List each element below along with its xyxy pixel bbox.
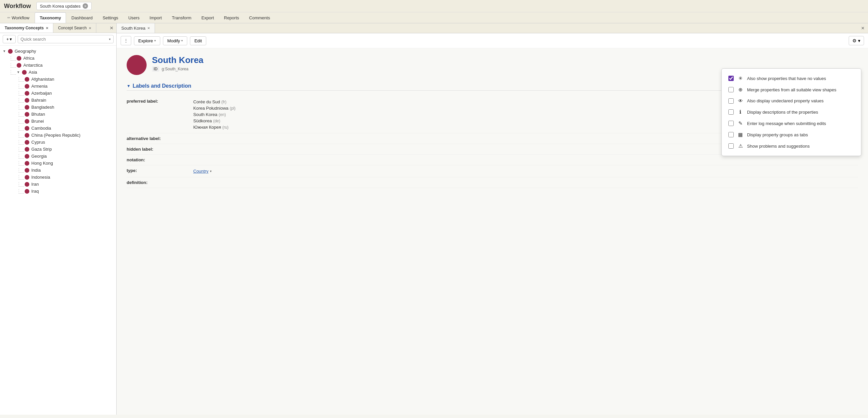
search-dropdown-arrow[interactable]: ▾ xyxy=(109,37,111,41)
settings-dropdown: ✳ Also show properties that have no valu… xyxy=(721,68,861,156)
labels-section-toggle[interactable]: ▼ xyxy=(127,84,131,88)
concept-avatar xyxy=(127,55,147,75)
option-descriptions-label: Display descriptions of the properties xyxy=(747,110,818,115)
tree-item-cambodia[interactable]: Cambodia xyxy=(16,125,116,132)
tree-item-cyprus[interactable]: Cyprus xyxy=(16,139,116,146)
modify-button[interactable]: Modify ▾ xyxy=(163,36,187,45)
edit-button[interactable]: Edit xyxy=(190,36,206,45)
option-merge-properties[interactable]: ⊕ Merge properties from all suitable vie… xyxy=(727,84,856,95)
left-toolbar: + ▾ ▾ xyxy=(0,33,116,46)
prop-values-type: Country ▾ xyxy=(193,168,858,174)
checkbox-log-message[interactable] xyxy=(728,121,734,126)
panel-tabs-close-all[interactable]: ✕ xyxy=(107,24,116,32)
tree-item-afghanistan[interactable]: Afghanistan xyxy=(16,76,116,83)
tree-item-hongkong[interactable]: Hong Kong xyxy=(16,160,116,167)
tree-toggle-asia[interactable]: ▼ xyxy=(17,70,22,74)
tree-children-asia: Afghanistan Armenia Azerbaijan Bahrain B… xyxy=(8,76,116,195)
tree-item-georgia[interactable]: Georgia xyxy=(16,153,116,160)
checkbox-problems[interactable] xyxy=(728,143,734,149)
window-tab-label: South Korea updates xyxy=(40,4,81,9)
tree-item-iraq[interactable]: Iraq xyxy=(16,188,116,195)
warning-icon: ⚠ xyxy=(737,143,744,149)
right-tab-south-korea[interactable]: South Korea ✕ xyxy=(117,23,155,33)
tree-item-india[interactable]: India xyxy=(16,167,116,174)
tab-taxonomy-concepts-close[interactable]: ✕ xyxy=(45,26,48,30)
option-undeclared-values-label: Also display undeclared property values xyxy=(747,98,824,103)
content-area: South Korea ID g:South_Korea ▼ Labels an… xyxy=(117,48,868,415)
more-options-button[interactable]: ⋮ xyxy=(121,36,131,45)
add-button[interactable]: + ▾ xyxy=(3,35,16,43)
explore-dropdown-arrow: ▾ xyxy=(154,39,156,42)
title-bar: Workflow South Korea updates ✕ xyxy=(0,0,868,12)
right-tab-close[interactable]: ✕ xyxy=(147,26,150,30)
nav-item-workflow[interactable]: ✏ Workflow xyxy=(3,13,34,23)
checkbox-show-no-values[interactable] xyxy=(728,76,734,81)
tree-item-china[interactable]: China (Peoples Republic) xyxy=(16,132,116,139)
window-tab[interactable]: South Korea updates ✕ xyxy=(36,2,92,10)
tree-item-africa[interactable]: Africa xyxy=(8,55,116,62)
prop-definition: definition: xyxy=(127,177,858,188)
modify-dropdown-arrow: ▾ xyxy=(181,39,183,42)
nav-item-users[interactable]: Users xyxy=(124,13,144,23)
tree-item-antarctica[interactable]: Antarctica xyxy=(8,62,116,69)
prop-label-alternative: alternative label: xyxy=(127,136,193,141)
window-tab-close[interactable]: ✕ xyxy=(83,3,88,9)
type-link-country[interactable]: Country xyxy=(193,169,209,174)
right-tabs-close-all[interactable]: ✕ xyxy=(858,24,868,32)
search-box[interactable]: ▾ xyxy=(18,35,114,43)
option-property-groups[interactable]: ▦ Display property groups as tabs xyxy=(727,129,856,140)
tree-toggle-geography[interactable]: ▼ xyxy=(3,49,8,53)
tab-taxonomy-concepts[interactable]: Taxonomy Concepts ✕ xyxy=(0,23,53,33)
tree-item-armenia[interactable]: Armenia xyxy=(16,83,116,90)
explore-button[interactable]: Explore ▾ xyxy=(134,36,160,45)
tree-item-iran[interactable]: Iran xyxy=(16,181,116,188)
tree-dot-geography xyxy=(8,49,13,54)
nav-item-settings[interactable]: Settings xyxy=(98,13,123,23)
tree-label-antarctica: Antarctica xyxy=(23,63,43,68)
option-problems[interactable]: ⚠ Show problems and suggestions xyxy=(727,140,856,152)
option-undeclared-values[interactable]: 👁 Also display undeclared property value… xyxy=(727,95,856,106)
tree-item-geography[interactable]: ▼ Geography xyxy=(0,48,116,55)
tree-item-gazastrip[interactable]: Gaza Strip xyxy=(16,146,116,153)
checkbox-descriptions[interactable] xyxy=(728,109,734,115)
type-dropdown-arrow[interactable]: ▾ xyxy=(210,169,212,173)
tree-item-asia[interactable]: ▼ Asia xyxy=(8,69,116,76)
tab-concept-search-close[interactable]: ✕ xyxy=(89,26,91,30)
nav-item-comments[interactable]: Comments xyxy=(245,13,275,23)
concept-info: South Korea ID g:South_Korea xyxy=(152,55,204,71)
tree-item-bhutan[interactable]: Bhutan xyxy=(16,111,116,118)
tree-item-azerbaijan[interactable]: Azerbaijan xyxy=(16,90,116,97)
checkbox-merge-properties[interactable] xyxy=(728,87,734,92)
nav-item-reports[interactable]: Reports xyxy=(219,13,244,23)
concept-id: ID g:South_Korea xyxy=(152,67,204,71)
edit-icon: ✏ xyxy=(7,16,10,20)
prop-label-definition: definition: xyxy=(127,180,193,185)
nav-item-transform[interactable]: Transform xyxy=(167,13,196,23)
tree-item-indonesia[interactable]: Indonesia xyxy=(16,174,116,181)
nav-item-import[interactable]: Import xyxy=(145,13,166,23)
tree-dot-africa xyxy=(17,56,21,61)
checkbox-undeclared-values[interactable] xyxy=(728,98,734,104)
tree-item-brunei[interactable]: Brunei xyxy=(16,118,116,125)
option-descriptions[interactable]: ℹ Display descriptions of the properties xyxy=(727,106,856,118)
checkbox-property-groups[interactable] xyxy=(728,132,734,137)
tree-children-geography: Africa Antarctica ▼ Asia Afghanistan xyxy=(0,55,116,195)
panel-tabs: Taxonomy Concepts ✕ Concept Search ✕ ✕ xyxy=(0,23,116,33)
tree-label-geography: Geography xyxy=(15,49,36,54)
gear-button[interactable]: ⚙ ▾ xyxy=(849,36,864,45)
prop-notation: notation: xyxy=(127,155,858,165)
tree-item-bahrain[interactable]: Bahrain xyxy=(16,97,116,104)
tree-item-bangladesh[interactable]: Bangladesh xyxy=(16,104,116,111)
nav-item-dashboard[interactable]: Dashboard xyxy=(67,13,97,23)
right-tabs: South Korea ✕ ✕ xyxy=(117,23,868,33)
gear-dropdown-arrow: ▾ xyxy=(858,38,860,43)
option-show-no-values[interactable]: ✳ Also show properties that have no valu… xyxy=(727,73,856,84)
search-input[interactable] xyxy=(21,37,109,42)
nav-item-taxonomy[interactable]: Taxonomy xyxy=(35,12,66,23)
tab-concept-search[interactable]: Concept Search ✕ xyxy=(53,23,96,33)
prop-label-notation: notation: xyxy=(127,157,193,162)
prop-label-hidden: hidden label: xyxy=(127,147,193,152)
option-log-message[interactable]: ✎ Enter log message when submitting edit… xyxy=(727,118,856,129)
left-panel: Taxonomy Concepts ✕ Concept Search ✕ ✕ +… xyxy=(0,23,117,415)
nav-item-export[interactable]: Export xyxy=(196,13,219,23)
